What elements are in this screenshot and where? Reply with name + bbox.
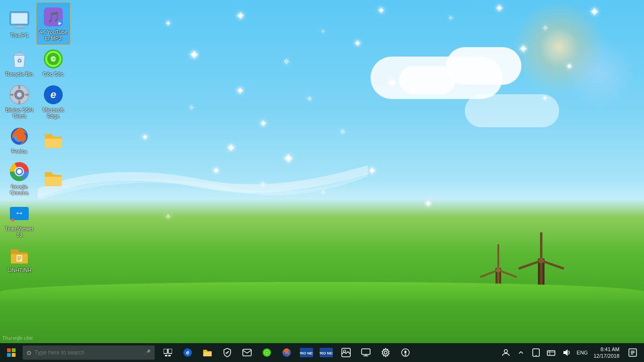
svg-point-85 xyxy=(266,352,268,354)
taskbar-file-explorer[interactable] xyxy=(198,343,217,362)
search-icon: ⊙ xyxy=(26,349,32,356)
tray-people[interactable] xyxy=(499,343,512,362)
swoosh xyxy=(38,156,368,212)
svg-rect-51 xyxy=(18,85,20,89)
tray-tablet[interactable] xyxy=(529,343,543,362)
icon-this-pc[interactable]: This PC xyxy=(2,2,36,45)
svg-rect-77 xyxy=(168,355,171,356)
sparkle-1: ✦ xyxy=(165,19,171,28)
tray-notification[interactable] xyxy=(623,343,642,362)
icon-coc-coc[interactable]: C Cốc Cốc xyxy=(36,45,70,80)
svg-line-10 xyxy=(541,261,564,269)
taskbar-unknown[interactable] xyxy=(396,343,415,362)
sparkle-8: ✦ xyxy=(589,5,600,19)
taskbar-pinned-icons: e xyxy=(158,343,415,362)
chrome-label: Google Chrome xyxy=(4,184,34,196)
svg-rect-53 xyxy=(10,94,14,96)
start-button[interactable] xyxy=(0,343,23,362)
cloud-2 xyxy=(446,47,521,85)
tray-date: 12/17/2018 xyxy=(594,353,619,359)
firefox-label: Firefox xyxy=(11,148,27,155)
svg-rect-34 xyxy=(16,25,23,27)
svg-rect-93 xyxy=(362,349,370,354)
taskbar: ⊙ 🎤 e xyxy=(0,343,644,362)
tray-clock[interactable]: 8:41 AM 12/17/2018 xyxy=(592,346,621,360)
icon-linhtinh[interactable]: LINHTINH xyxy=(2,241,36,276)
svg-rect-73 xyxy=(12,353,16,357)
svg-rect-82 xyxy=(243,349,251,356)
svg-rect-54 xyxy=(25,94,29,96)
icon-folder2[interactable] xyxy=(36,157,70,199)
microphone-icon[interactable]: 🎤 xyxy=(144,349,151,356)
chrome-icon-image xyxy=(8,160,31,183)
taskbar-prones1[interactable]: PRO NES xyxy=(297,343,316,362)
sparkle-7: ✧ xyxy=(542,24,548,33)
icon-microsoft-edge[interactable]: e Microsoft Edge xyxy=(36,81,70,122)
tray-volume[interactable] xyxy=(560,343,573,362)
svg-point-62 xyxy=(17,169,22,174)
sparkle-27: ✦ xyxy=(424,198,432,209)
recycle-bin-label: Recycle Bin xyxy=(6,71,33,77)
lens-flare xyxy=(512,0,606,94)
sparkle-6: ✦ xyxy=(495,2,504,15)
edge-icon-image: e xyxy=(42,83,65,106)
taskbar-security[interactable] xyxy=(218,343,237,362)
teamviewer-label: TeamViewer 13 xyxy=(4,226,34,238)
search-input[interactable] xyxy=(34,349,129,356)
sparkle-28: ✧ xyxy=(165,212,171,221)
linhtinh-label: LINHTINH xyxy=(8,267,32,273)
4k-youtube-label: 4K YouTube to MP3 xyxy=(39,29,68,41)
linhtinh-icon-image xyxy=(8,244,31,266)
icon-google-chrome[interactable]: Google Chrome xyxy=(2,157,36,199)
icon-firefox[interactable]: Firefox xyxy=(2,122,36,157)
system-tray: ENG 8:41 AM 12/17/2018 xyxy=(499,343,644,362)
svg-point-102 xyxy=(536,355,537,356)
search-bar[interactable]: ⊙ 🎤 xyxy=(23,346,155,360)
svg-text:♻: ♻ xyxy=(17,58,22,64)
tray-expand[interactable] xyxy=(514,343,528,362)
sparkle-14: ✦ xyxy=(236,85,244,97)
svg-rect-99 xyxy=(405,354,406,355)
grass xyxy=(0,282,644,343)
sparkle-4: ✦ xyxy=(377,5,385,16)
taskbar-photos[interactable] xyxy=(337,343,355,362)
coc-coc-icon-image: C xyxy=(42,48,65,70)
icon-bitvise-ssh[interactable]: Bitvise SSH Client xyxy=(2,81,36,122)
taskbar-settings[interactable] xyxy=(376,343,395,362)
taskbar-task-view[interactable] xyxy=(158,343,177,362)
svg-text:↔: ↔ xyxy=(15,207,24,218)
sparkle-18: ✦ xyxy=(259,118,267,129)
svg-rect-71 xyxy=(12,348,16,352)
icon-folder1[interactable] xyxy=(36,122,70,157)
desktop: ✦ ✦ ✧ ✦ ✧ ✦ ✧ ✦ ✦ ✧ ✦ ✧ ✦ ✦ ✧ ✦ ✧ ✦ ✦ ✦ … xyxy=(0,0,644,362)
taskbar-coccoc[interactable] xyxy=(257,343,276,362)
icon-recycle-bin[interactable]: ♻ Recycle Bin xyxy=(2,45,36,80)
cloud-3 xyxy=(399,66,455,94)
sparkle-5: ✧ xyxy=(448,14,454,22)
folder1-icon-image xyxy=(42,128,65,151)
svg-rect-98 xyxy=(405,351,406,354)
cloud-4 xyxy=(465,94,559,127)
lens-flare-2 xyxy=(564,38,635,108)
taskbar-network-drive[interactable] xyxy=(356,343,375,362)
icon-4k-youtube[interactable]: 🎵 ▶ 4K YouTube to MP3 xyxy=(36,2,70,45)
this-pc-label: This PC xyxy=(10,33,28,39)
sparkle-3: ✧ xyxy=(321,28,325,35)
svg-point-13 xyxy=(538,258,544,263)
sparkle-29: ✦ xyxy=(566,61,573,72)
svg-text:e: e xyxy=(186,349,190,356)
desktop-icons: This PC 🎵 ▶ 4K YouTube to MP3 xyxy=(2,2,70,276)
4k-youtube-icon-image: 🎵 ▶ xyxy=(42,6,65,28)
taskbar-mail[interactable] xyxy=(238,343,256,362)
taskbar-prones2[interactable]: PRO NES xyxy=(317,343,336,362)
icon-teamviewer[interactable]: ↔ TeamViewer 13 xyxy=(2,199,36,241)
tray-network[interactable] xyxy=(545,343,558,362)
svg-rect-35 xyxy=(14,27,25,29)
tray-language[interactable]: ENG xyxy=(575,349,590,356)
folder2-icon-image xyxy=(42,166,65,189)
coc-coc-label: Cốc Cốc xyxy=(43,71,64,77)
svg-rect-75 xyxy=(168,349,172,354)
taskbar-firefox[interactable] xyxy=(277,343,296,362)
svg-rect-70 xyxy=(7,348,11,352)
taskbar-edge[interactable]: e xyxy=(178,343,197,362)
